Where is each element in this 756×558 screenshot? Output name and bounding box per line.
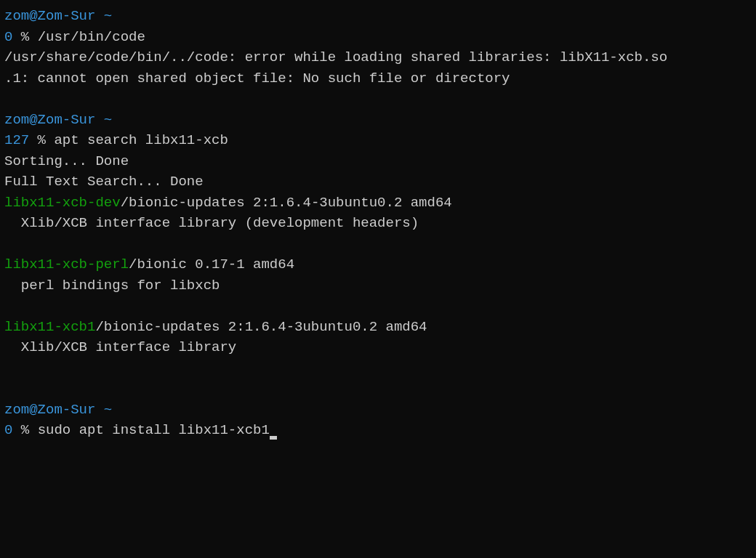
prompt-symbol: %	[29, 132, 54, 148]
output-line: Sorting... Done	[4, 151, 752, 172]
package-meta: /bionic 0.17-1 amd64	[129, 256, 294, 272]
package-result: libx11-xcb1/bionic-updates 2:1.6.4-3ubun…	[4, 317, 752, 338]
package-result: libx11-xcb-perl/bionic 0.17-1 amd64	[4, 254, 752, 275]
package-result: libx11-xcb-dev/bionic-updates 2:1.6.4-3u…	[4, 193, 752, 214]
package-name: libx11-xcb1	[4, 319, 95, 335]
output-line: .1: cannot open shared object file: No s…	[4, 68, 752, 89]
blank-line	[4, 379, 752, 400]
prompt-symbol: %	[12, 29, 37, 45]
package-description: Xlib/XCB interface library (development …	[4, 213, 752, 234]
user-host: zom@Zom-Sur	[4, 112, 95, 128]
prompt-line: zom@Zom-Sur ~	[4, 6, 752, 27]
prompt-line: zom@Zom-Sur ~	[4, 110, 752, 131]
package-name: libx11-xcb-dev	[4, 195, 121, 211]
output-line: Full Text Search... Done	[4, 171, 752, 193]
command-text: sudo apt install libx11-xcb1	[38, 422, 270, 438]
package-description: perl bindings for libxcb	[4, 275, 752, 296]
terminal-window[interactable]: zom@Zom-Sur ~ 0 % /usr/bin/code /usr/sha…	[4, 6, 752, 441]
exit-code: 127	[4, 132, 29, 148]
prompt-symbol: %	[12, 422, 37, 438]
package-meta: /bionic-updates 2:1.6.4-3ubuntu0.2 amd64	[95, 319, 427, 335]
blank-line	[4, 296, 752, 317]
user-host: zom@Zom-Sur	[4, 402, 95, 418]
output-line: /usr/share/code/bin/../code: error while…	[4, 47, 752, 68]
command-line: 127 % apt search libx11-xcb	[4, 130, 752, 151]
tilde: ~	[95, 112, 112, 128]
tilde: ~	[95, 8, 112, 24]
command-line: 0 % /usr/bin/code	[4, 27, 752, 48]
prompt-line: zom@Zom-Sur ~	[4, 400, 752, 421]
tilde: ~	[95, 402, 112, 418]
package-meta: /bionic-updates 2:1.6.4-3ubuntu0.2 amd64	[121, 195, 452, 211]
package-name: libx11-xcb-perl	[4, 256, 129, 272]
command-text: apt search libx11-xcb	[54, 132, 228, 148]
cursor	[270, 436, 277, 440]
exit-code: 0	[4, 422, 12, 438]
command-block-2: zom@Zom-Sur ~ 127 % apt search libx11-xc…	[4, 110, 752, 358]
command-block-3: zom@Zom-Sur ~ 0 % sudo apt install libx1…	[4, 400, 752, 441]
command-text: /usr/bin/code	[38, 29, 145, 45]
blank-line	[4, 234, 752, 255]
user-host: zom@Zom-Sur	[4, 8, 95, 24]
blank-line	[4, 89, 752, 110]
exit-code: 0	[4, 29, 12, 45]
command-block-1: zom@Zom-Sur ~ 0 % /usr/bin/code /usr/sha…	[4, 6, 752, 89]
blank-line	[4, 358, 752, 379]
package-description: Xlib/XCB interface library	[4, 337, 752, 358]
command-input-line[interactable]: 0 % sudo apt install libx11-xcb1	[4, 420, 752, 441]
